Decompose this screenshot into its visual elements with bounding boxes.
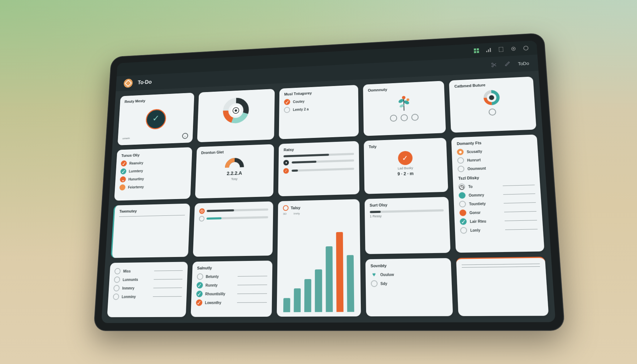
app-title: To·Do — [138, 79, 152, 86]
check-icon: ✓ — [196, 299, 202, 306]
scissors-icon[interactable] — [490, 61, 498, 69]
simple-progress-card[interactable]: Surt Olsy 1 Ressy — [364, 197, 451, 254]
tasks-card-1[interactable]: Tunus Oliy ✓Reanuiry ✓Lurmtery ⌄Hunurtin… — [114, 147, 192, 201]
progress-card[interactable]: Ratsy ● ✓ — [278, 141, 359, 197]
donut-chart-card[interactable] — [197, 89, 275, 143]
gauge-value: 2.2.2.A — [200, 170, 269, 177]
teal3-title: Twemutey — [119, 208, 185, 213]
list-item[interactable]: Inmmry — [113, 283, 182, 293]
gauge-title: Drontun Glet — [201, 148, 269, 155]
list-item[interactable]: Lonly — [460, 225, 538, 235]
tasks2-title: Domanty Fts — [457, 139, 532, 146]
badge-icon — [400, 114, 408, 121]
svg-rect-2 — [474, 51, 476, 53]
list-card-3[interactable]: Miss Lunnunts Inmmry Lonminy — [107, 262, 188, 317]
grid-icon[interactable] — [473, 47, 480, 54]
chevron-down-icon[interactable]: ⌄ — [182, 133, 188, 139]
list-item[interactable]: ✓Runnty — [196, 280, 267, 289]
today-card[interactable]: Toly ✓ Lad Buoky 9 · 2 · m — [364, 138, 448, 194]
check-icon: ✓ — [120, 168, 126, 174]
gauge-card[interactable]: Drontun Glet 2.2.2.A Tosy — [195, 144, 274, 198]
badge-icon — [390, 114, 397, 122]
donut-small-icon — [482, 88, 502, 107]
list-card-5[interactable]: Sovnbty ♥Ouuluw Sdy — [365, 258, 453, 316]
list5-title: Sovnbty — [370, 263, 446, 268]
donut2-title: Catbmed Buture — [454, 81, 528, 88]
list-item[interactable]: ♥Ouuluw — [371, 269, 446, 279]
svg-point-9 — [513, 48, 514, 49]
bar-chart-icon — [282, 215, 355, 312]
heart-icon: ♥ — [371, 271, 378, 278]
svg-point-23 — [402, 96, 405, 100]
list-card-6[interactable] — [456, 257, 548, 316]
clock-footer: omwin — [122, 136, 130, 140]
plant-card[interactable]: Oomnnuty — [363, 81, 446, 136]
gauge-footer: Tosy — [200, 176, 269, 182]
tasks1-title: Tunus Oliy — [121, 151, 187, 158]
gear-icon[interactable] — [510, 45, 518, 52]
circle-icon — [284, 107, 290, 113]
circle-icon — [459, 192, 466, 199]
tasks-card-2[interactable]: Domanty Fts ●Scusatty Hunrurt Oounwunt T… — [451, 134, 545, 253]
plant-title: Oomnnuty — [368, 85, 439, 92]
simple-title: Surt Olsy — [370, 201, 444, 207]
simple-footer: 1 Ressy — [370, 213, 444, 218]
list-card-4[interactable]: Salnutly Betunty ✓Runnty ✓Rhountislily ✓… — [191, 261, 273, 317]
app-logo-icon[interactable] — [122, 77, 134, 90]
list-item[interactable]: Lonminy — [113, 292, 182, 301]
svg-rect-5 — [488, 49, 489, 52]
donut-small-card[interactable]: Catbmed Buture — [449, 76, 536, 133]
svg-rect-7 — [499, 47, 503, 52]
circle-icon — [114, 268, 121, 274]
tasks2-section2: Tszl Dlisky — [458, 174, 534, 180]
check-icon: ✓ — [196, 291, 203, 298]
svg-point-24 — [406, 98, 409, 101]
circle-icon: ● — [457, 149, 464, 155]
plant-icon — [393, 92, 414, 113]
clock-icon: ✓ — [145, 108, 166, 129]
list-item[interactable]: Sdy — [371, 278, 447, 288]
more-icon[interactable] — [522, 44, 530, 52]
power-icon: ⏻ — [199, 208, 205, 214]
circle-icon — [199, 216, 204, 221]
svg-point-10 — [524, 46, 528, 50]
edit-icon[interactable] — [504, 61, 512, 68]
slider-card[interactable]: ⏻ — [193, 201, 273, 257]
svg-rect-1 — [477, 48, 479, 50]
list4-title: Salnutly — [197, 265, 267, 270]
clock-card[interactable]: Reuty Mesty ✓ omwin ⌄ — [118, 93, 194, 145]
bar-chart-card[interactable]: Talsy 3D Imrty — [277, 199, 361, 317]
bar-title: Talsy — [291, 205, 300, 210]
check-icon: ✓ — [283, 168, 289, 174]
list-item[interactable]: Betunty — [197, 272, 267, 281]
svg-rect-6 — [490, 48, 491, 52]
circle-icon — [460, 227, 467, 234]
circle-icon — [459, 201, 466, 208]
ratsy-title: Ratsy — [284, 145, 354, 152]
chevron-down-icon: ⌄ — [120, 176, 126, 182]
teal-accent-card[interactable]: Twemutey — [111, 203, 190, 258]
list-item[interactable]: Lunnunts — [114, 275, 182, 284]
list-item[interactable]: ✓Lowsnthy — [196, 298, 267, 307]
clock-title: Reuty Mesty — [124, 97, 189, 103]
svg-point-12 — [492, 65, 493, 67]
list-item[interactable]: Feiorterey — [119, 182, 186, 192]
list-item[interactable]: Miss — [114, 266, 183, 275]
list-item — [462, 265, 540, 269]
circle-icon — [114, 277, 120, 283]
list-item — [119, 214, 185, 218]
circle-icon — [113, 294, 119, 300]
plan-card[interactable]: Musl Tntugsrey ✓ Coutey Lemty 2 a — [279, 85, 359, 139]
clock-icon: ◷ — [459, 183, 466, 190]
list-item[interactable]: ✓Rhountislily — [196, 289, 267, 298]
svg-point-28 — [489, 95, 494, 100]
circle-icon — [458, 166, 465, 172]
circle-icon — [113, 285, 120, 291]
circle-icon — [197, 273, 203, 280]
dot-icon: ● — [283, 160, 289, 166]
circle-icon — [460, 209, 467, 216]
doc-icon[interactable] — [497, 46, 505, 53]
badge-icon — [488, 108, 496, 116]
today-title: Toly — [369, 142, 441, 149]
check-icon: ✓ — [121, 160, 127, 166]
